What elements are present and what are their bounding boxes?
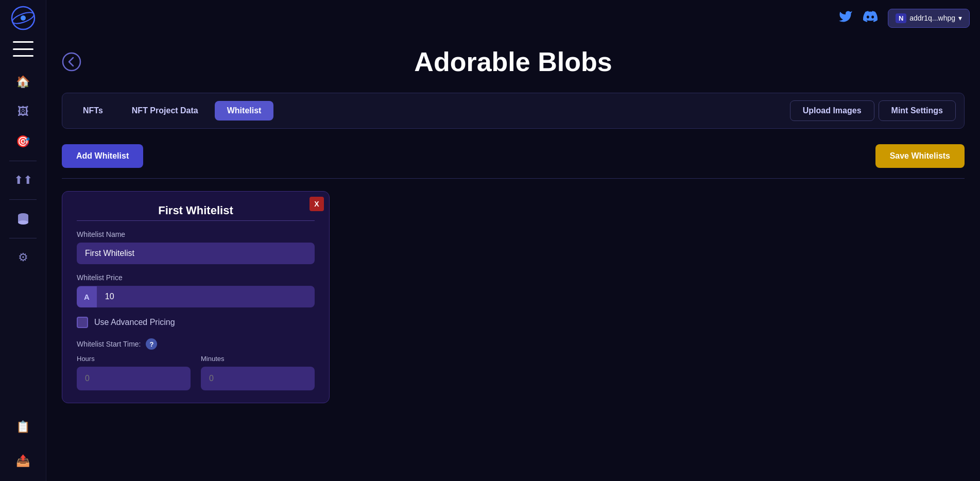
sidebar-item-gallery[interactable]: 🖼	[10, 99, 36, 125]
advanced-pricing-row: Use Advanced Pricing	[77, 317, 315, 328]
sidebar-item-settings[interactable]: ⚙	[10, 245, 36, 270]
tab-nft-project-data[interactable]: NFT Project Data	[119, 101, 211, 121]
whitelist-card-divider	[77, 220, 315, 221]
whitelist-price-label: Whitelist Price	[77, 273, 315, 282]
minutes-group: Minutes	[201, 355, 315, 390]
whitelist-name-label: Whitelist Name	[77, 230, 315, 238]
add-whitelist-button[interactable]: Add Whitelist	[62, 144, 143, 168]
whitelist-name-input[interactable]	[77, 243, 315, 264]
discord-icon[interactable]	[863, 9, 878, 27]
wallet-network-badge: N	[896, 13, 906, 23]
page-title-area: Adorable Blobs	[62, 46, 965, 77]
twitter-icon[interactable]	[838, 9, 853, 27]
minutes-label: Minutes	[201, 355, 315, 363]
whitelist-close-button[interactable]: X	[310, 197, 324, 211]
main-content: Adorable Blobs NFTs NFT Project Data Whi…	[46, 36, 980, 481]
sidebar-item-logout[interactable]: 📤	[10, 448, 36, 474]
sidebar-divider-3	[9, 238, 37, 238]
tab-nfts[interactable]: NFTs	[71, 101, 115, 121]
tab-upload-images[interactable]: Upload Images	[790, 100, 874, 121]
sidebar-item-spool[interactable]	[10, 206, 36, 232]
tab-whitelist[interactable]: Whitelist	[215, 101, 274, 121]
sidebar-item-boost[interactable]: ⬆⬆	[10, 167, 36, 193]
action-row: Add Whitelist Save Whitelists	[62, 144, 965, 168]
svg-point-5	[18, 220, 28, 225]
menu-icon[interactable]	[13, 41, 33, 57]
start-time-label: Whitelist Start Time:	[77, 340, 141, 348]
tab-mint-settings[interactable]: Mint Settings	[879, 100, 956, 121]
wallet-address: addr1q...whpg	[909, 14, 955, 22]
svg-point-6	[63, 53, 80, 71]
start-time-help-icon[interactable]: ?	[146, 338, 157, 350]
advanced-pricing-checkbox[interactable]	[77, 317, 88, 328]
sidebar-item-home[interactable]: 🏠	[10, 69, 36, 95]
minutes-input[interactable]	[201, 367, 315, 390]
whitelist-card: X First Whitelist Whitelist Name Whiteli…	[62, 191, 330, 403]
whitelist-price-input[interactable]	[97, 286, 315, 307]
whitelist-card-title: First Whitelist	[77, 204, 315, 217]
start-time-row: Whitelist Start Time: ?	[77, 338, 315, 350]
hours-group: Hours	[77, 355, 191, 390]
section-divider	[62, 178, 965, 179]
price-input-row: A	[77, 286, 315, 307]
sidebar-item-target[interactable]: 🎯	[10, 129, 36, 154]
wallet-chevron-icon: ▾	[958, 14, 962, 22]
hours-label: Hours	[77, 355, 191, 363]
tabs-bar: NFTs NFT Project Data Whitelist Upload I…	[62, 93, 965, 129]
logo[interactable]	[10, 5, 36, 31]
page-title: Adorable Blobs	[414, 46, 612, 77]
advanced-pricing-label: Use Advanced Pricing	[94, 318, 175, 327]
price-prefix: A	[77, 286, 97, 307]
sidebar: 🏠 🖼 🎯 ⬆⬆ ⚙ 📋 📤	[0, 0, 46, 481]
svg-point-2	[21, 15, 26, 21]
save-whitelists-button[interactable]: Save Whitelists	[875, 144, 965, 168]
sidebar-divider-1	[9, 161, 37, 161]
back-button[interactable]	[62, 52, 81, 72]
top-header: N addr1q...whpg ▾	[46, 0, 980, 36]
hours-input[interactable]	[77, 367, 191, 390]
sidebar-bottom: 📋 📤	[10, 412, 36, 476]
sidebar-divider-2	[9, 199, 37, 200]
sidebar-item-docs[interactable]: 📋	[10, 414, 36, 440]
wallet-button[interactable]: N addr1q...whpg ▾	[888, 9, 970, 28]
time-fields-row: Hours Minutes	[77, 355, 315, 390]
